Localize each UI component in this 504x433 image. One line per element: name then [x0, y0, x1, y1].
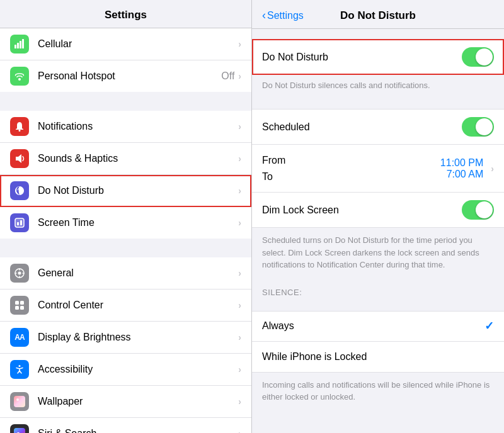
- display-icon: AA: [10, 328, 29, 347]
- dnd-row-label: Do Not Disturb: [262, 52, 462, 63]
- notifications-chevron: ›: [238, 121, 241, 132]
- screentime-label: Screen Time: [38, 217, 238, 228]
- to-time: 7:00 AM: [447, 169, 484, 180]
- group-alerts: Notifications › Sounds & Haptics ›: [0, 111, 251, 239]
- wallpaper-icon: [10, 392, 29, 411]
- cellular-icon: [10, 35, 29, 53]
- dnd-toggle-row[interactable]: Do Not Disturb: [252, 39, 504, 75]
- separator-1: [0, 92, 251, 111]
- svg-point-21: [19, 365, 21, 367]
- scheduled-label: Scheduled: [262, 121, 462, 133]
- screentime-icon: [10, 213, 29, 232]
- settings-list: Cellular › Personal Hotspot Off ›: [0, 28, 251, 433]
- dnd-toggle-knob: [476, 48, 493, 65]
- notifications-label: Notifications: [38, 121, 238, 132]
- hotspot-chevron: ›: [238, 71, 241, 81]
- control-icon: [10, 296, 29, 315]
- general-chevron: ›: [238, 268, 241, 278]
- while-locked-row[interactable]: While iPhone is Locked: [252, 342, 504, 372]
- silence-section: Always ✓ While iPhone is Locked: [252, 311, 504, 373]
- sidebar-item-siri[interactable]: Siri & Search ›: [0, 418, 251, 433]
- from-to-row[interactable]: From To 11:00 PM 7:00 AM ›: [252, 145, 504, 193]
- sidebar-item-hotspot[interactable]: Personal Hotspot Off ›: [0, 60, 251, 92]
- sidebar-item-notifications[interactable]: Notifications ›: [0, 111, 251, 143]
- sidebar-item-general[interactable]: General ›: [0, 257, 251, 290]
- sidebar-item-sounds[interactable]: Sounds & Haptics ›: [0, 143, 251, 175]
- from-to-labels: From To: [262, 152, 440, 184]
- svg-rect-24: [14, 428, 25, 433]
- sidebar-item-wallpaper[interactable]: Wallpaper ›: [0, 386, 251, 418]
- svg-point-5: [19, 130, 21, 132]
- scheduled-toggle[interactable]: [462, 117, 494, 137]
- svg-rect-18: [20, 301, 24, 305]
- wallpaper-label: Wallpaper: [38, 396, 238, 407]
- scheduled-row[interactable]: Scheduled: [252, 110, 504, 145]
- scheduled-description: Scheduled turns on Do Not Disturb for th…: [252, 228, 504, 279]
- svg-rect-10: [20, 220, 22, 225]
- separator-2: [0, 239, 251, 257]
- always-checkmark: ✓: [484, 319, 494, 333]
- svg-rect-22: [14, 396, 25, 407]
- sidebar-item-cellular[interactable]: Cellular ›: [0, 28, 251, 60]
- time-values: 11:00 PM 7:00 AM: [440, 157, 487, 180]
- svg-rect-19: [15, 306, 19, 310]
- siri-label: Siri & Search: [38, 428, 238, 433]
- notifications-icon: [10, 117, 29, 136]
- right-header: ‹ Settings Do Not Disturb: [252, 0, 504, 29]
- header-wrapper: ‹ Settings Do Not Disturb: [262, 9, 494, 22]
- while-locked-description: Incoming calls and notifications will be…: [252, 373, 504, 411]
- display-label: Display & Brightness: [38, 332, 238, 343]
- sounds-icon: [10, 149, 29, 168]
- svg-rect-1: [17, 43, 19, 48]
- sidebar-item-accessibility[interactable]: Accessibility ›: [0, 354, 251, 386]
- left-header: Settings: [0, 0, 251, 28]
- from-label: From: [262, 152, 440, 169]
- sounds-label: Sounds & Haptics: [38, 153, 238, 164]
- control-label: Control Center: [38, 300, 238, 311]
- always-row[interactable]: Always ✓: [252, 312, 504, 342]
- sidebar-item-display[interactable]: AA Display & Brightness ›: [0, 322, 251, 354]
- always-label: Always: [262, 320, 484, 332]
- scheduled-toggle-knob: [476, 118, 493, 135]
- scheduled-section: Scheduled From To 11:00 PM 7:00 AM › Dim…: [252, 109, 504, 228]
- dim-lock-toggle-knob: [476, 201, 493, 218]
- accessibility-label: Accessibility: [38, 364, 238, 375]
- sidebar-item-control[interactable]: Control Center ›: [0, 290, 251, 322]
- svg-rect-3: [22, 39, 24, 48]
- back-button[interactable]: ‹ Settings: [262, 9, 304, 22]
- dnd-description: Do Not Disturb silences calls and notifi…: [252, 75, 504, 99]
- svg-rect-7: [15, 218, 24, 227]
- back-chevron-icon: ‹: [262, 9, 266, 22]
- svg-point-4: [18, 78, 21, 81]
- silence-header: SILENCE:: [252, 279, 504, 301]
- general-icon: [10, 264, 29, 283]
- dim-lock-toggle[interactable]: [462, 200, 494, 220]
- dim-lock-label: Dim Lock Screen: [262, 205, 462, 216]
- svg-rect-2: [20, 41, 21, 48]
- left-panel: Settings Cellular ›: [0, 0, 252, 433]
- group-connectivity: Cellular › Personal Hotspot Off ›: [0, 28, 251, 92]
- dim-lock-row[interactable]: Dim Lock Screen: [252, 193, 504, 227]
- svg-point-12: [18, 272, 21, 275]
- sidebar-item-dnd[interactable]: Do Not Disturb ›: [0, 175, 251, 207]
- dnd-chevron: ›: [238, 186, 241, 196]
- from-time: 11:00 PM: [440, 157, 483, 169]
- from-to-chevron: ›: [491, 164, 494, 174]
- svg-rect-9: [17, 222, 19, 225]
- accessibility-chevron: ›: [238, 364, 241, 374]
- while-locked-label: While iPhone is Locked: [262, 351, 494, 363]
- display-chevron: ›: [238, 332, 241, 342]
- dnd-toggle[interactable]: [462, 47, 494, 67]
- screentime-chevron: ›: [238, 218, 241, 228]
- svg-rect-0: [14, 45, 16, 48]
- siri-icon: [10, 424, 29, 433]
- left-title: Settings: [105, 9, 147, 21]
- dnd-icon: [10, 181, 29, 200]
- accessibility-icon: [10, 360, 29, 379]
- dnd-label: Do Not Disturb: [38, 185, 238, 196]
- sidebar-item-screentime[interactable]: Screen Time ›: [0, 207, 251, 239]
- dnd-section: Do Not Disturb Do Not Disturb silences c…: [252, 39, 504, 99]
- control-chevron: ›: [238, 300, 241, 310]
- svg-point-23: [16, 398, 19, 401]
- cellular-label: Cellular: [38, 38, 238, 50]
